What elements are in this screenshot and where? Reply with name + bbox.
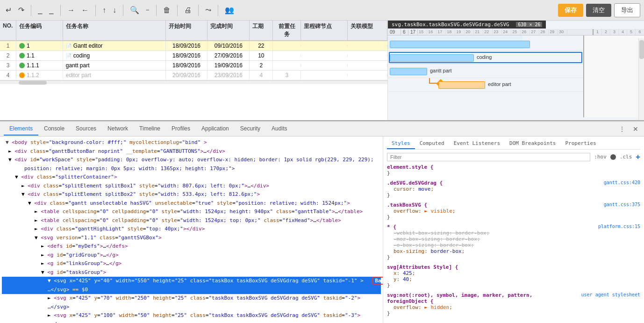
dom-line: ► <g id="gridGroup">…</g> <box>2 251 381 260</box>
cell-milestone <box>301 64 348 67</box>
separator-8 <box>218 5 218 16</box>
status-dot <box>19 43 25 49</box>
header-no: NO. <box>0 21 16 41</box>
css-source-link[interactable]: gantt.css:375 <box>604 202 640 207</box>
chart-bar-4[interactable] <box>438 81 485 89</box>
gantt-table: NO. 任务编码 任务名称 开始时间 完成时间 工期 前置任务 里程碑节点 关联… <box>0 21 388 120</box>
styles-tab-dom-breakpoints[interactable]: DOM Breakpoints <box>505 138 560 149</box>
gantt-header: NO. 任务编码 任务名称 开始时间 完成时间 工期 前置任务 里程碑节点 关联… <box>0 21 387 41</box>
dom-line: ► <div class="ganttHighLight" style="top… <box>2 225 381 234</box>
redo-button[interactable]: ↷ <box>16 5 26 15</box>
date-26: 26 <box>521 29 530 35</box>
tab-profiles[interactable]: Profiles <box>166 122 196 136</box>
dom-line: ► <svg x="425" y="70" width="250" height… <box>2 294 381 303</box>
dom-line: ▼ <svg version="1.1" class="ganttSVGBox"… <box>2 234 381 243</box>
cell-days: 10 <box>250 51 273 60</box>
chart-bar-1[interactable] <box>390 41 530 48</box>
date-21: 21 <box>474 29 483 35</box>
print-button[interactable]: 🖨 <box>182 5 193 15</box>
cls-toggle[interactable]: .cls <box>620 154 632 160</box>
css-selector: svg[Attributes Style] { <box>387 264 458 270</box>
css-block-taskboxsvg: gantt.css:375 .taskBoxSVG { overflow: ► … <box>387 202 640 220</box>
tab-audits[interactable]: Audits <box>266 122 293 136</box>
zoom-out-button[interactable]: − <box>144 6 151 14</box>
devtools-close-button[interactable]: ✕ <box>631 124 640 134</box>
gantt-row[interactable]: 4 1.1.2 editor part 20/09/2016 23/09/201… <box>0 71 387 80</box>
cell-code: 1.1.1 <box>16 61 63 70</box>
chart-body: coding gantt part editor part <box>388 36 644 117</box>
cell-prev <box>273 54 301 57</box>
tab-elements[interactable]: Elements <box>4 122 38 136</box>
header-start: 开始时间 <box>166 21 208 41</box>
clear-button[interactable]: 清空 <box>586 4 611 17</box>
css-source-link[interactable]: platform.css:15 <box>598 224 640 229</box>
gantt-scrollbar[interactable] <box>0 80 387 84</box>
step-back-button[interactable]: ⎯ <box>36 5 44 15</box>
styles-tab-computed[interactable]: Computed <box>415 138 449 149</box>
gantt-scrollbar-thumb[interactable] <box>19 81 47 85</box>
dom-line: ▼ <div class="splitterContainer"> <box>2 173 381 182</box>
cell-code-text: 1.1 <box>27 52 35 59</box>
css-property-o: -o-box-sizing: border-box; <box>387 242 474 248</box>
cell-start: 18/09/2016 <box>166 61 208 70</box>
date-28: 28 <box>539 29 549 35</box>
tab-network[interactable]: Network <box>102 122 134 136</box>
devtools-more-button[interactable]: ⋮ <box>617 124 627 134</box>
dom-selected-line[interactable]: ▼ <svg x="425" y="40" width="550" height… <box>2 277 381 286</box>
cell-name-text: Gantt editor <box>73 43 103 49</box>
add-style-button[interactable]: + <box>636 152 640 161</box>
gantt-row[interactable]: 1 1 📄 Gantt editor 18/09/2016 09/10/2016… <box>0 41 387 51</box>
dom-line: ► <svg x="425" y="100" width="50" height… <box>2 311 381 320</box>
coding-label: coding <box>477 54 492 60</box>
styles-panel: Styles Computed Event Listeners DOM Brea… <box>383 136 644 323</box>
step-fwd-button[interactable]: ⎯ <box>47 5 56 15</box>
cell-name: 📄 Gantt editor <box>63 41 166 50</box>
chart-bars-area: coding gantt part editor part <box>388 36 583 117</box>
separator-6 <box>177 5 178 16</box>
arrow-right-button[interactable]: → <box>65 5 77 15</box>
people-button[interactable]: 👥 <box>223 5 236 15</box>
undo-button[interactable]: ↵ <box>4 5 14 15</box>
styles-tab-event-listeners[interactable]: Event Listeners <box>449 138 505 149</box>
tab-timeline[interactable]: Timeline <box>134 122 166 136</box>
cell-name-text: editor part <box>66 72 91 79</box>
gantt-row[interactable]: 2 1.1 📄 coding 18/09/2016 27/09/2016 10 <box>0 51 387 61</box>
trash-button[interactable]: 🗑 <box>161 5 172 15</box>
tab-security[interactable]: Security <box>235 122 266 136</box>
styles-filter-input[interactable] <box>387 153 590 161</box>
styles-tab-properties[interactable]: Properties <box>560 138 601 149</box>
row-icon: 📄 <box>66 53 72 58</box>
css-source-link[interactable]: gantt.css:420 <box>604 180 640 185</box>
link-button[interactable]: ⤳ <box>203 5 213 15</box>
arrow-down-button[interactable]: ↓ <box>111 5 118 15</box>
tab-application[interactable]: Application <box>196 122 235 136</box>
separator-2 <box>60 5 61 16</box>
hov-toggle[interactable]: :hov <box>594 154 607 160</box>
arrow-left-button[interactable]: ← <box>79 5 91 15</box>
tab-console[interactable]: Console <box>38 122 70 136</box>
css-block-close: } <box>387 192 390 198</box>
ruler-label-09: 09 <box>388 29 401 35</box>
date-27: 27 <box>530 29 539 35</box>
cell-days: 4 <box>250 71 273 80</box>
cell-code: 1.1 <box>16 51 63 60</box>
gantt-row[interactable]: 3 1.1.1 gantt part 18/09/2016 19/09/2016… <box>0 61 387 71</box>
date-19: 19 <box>455 29 465 35</box>
export-button[interactable]: 导出 <box>614 3 640 17</box>
chart-bar-3[interactable] <box>390 68 427 75</box>
cls-color-swatch <box>610 154 616 160</box>
date-18: 18 <box>446 29 455 35</box>
chart-bar-2[interactable] <box>390 54 474 62</box>
toolbar: ↵ ↷ ⎯ ⎯ → ← ↑ ↓ 🔍 − 🗑 🖨 ⤳ 👥 保存 清空 导出 <box>0 0 644 21</box>
cell-milestone <box>301 74 348 77</box>
zoom-in-button[interactable]: 🔍 <box>128 5 141 15</box>
styles-tab-styles[interactable]: Styles <box>387 138 415 149</box>
arrow-up-button[interactable]: ↑ <box>100 5 108 15</box>
right-ruler-2: 2 <box>602 29 610 35</box>
chart-scrollbar-thumb[interactable] <box>639 40 644 59</box>
css-property-x: x: 425; <box>387 270 415 276</box>
tab-sources[interactable]: Sources <box>70 122 102 136</box>
css-source-link[interactable]: user agent stylesheet <box>581 292 640 297</box>
save-button[interactable]: 保存 <box>558 4 583 17</box>
chart-scrollbar[interactable] <box>638 38 644 120</box>
